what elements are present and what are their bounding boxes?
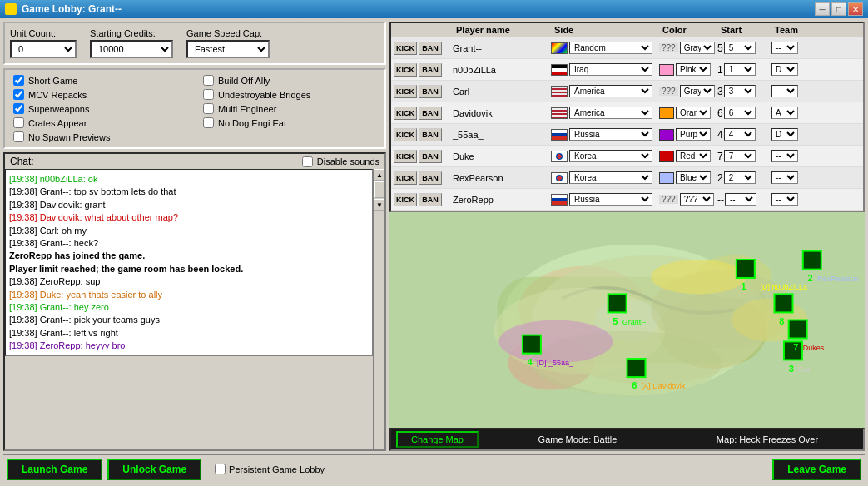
- team-select[interactable]: --: [771, 150, 798, 162]
- start-select[interactable]: 7: [724, 150, 756, 162]
- side-select[interactable]: America: [569, 107, 652, 119]
- svg-point-5: [651, 260, 746, 294]
- maximize-button[interactable]: □: [831, 2, 846, 16]
- chat-messages[interactable]: [19:38] n00bZiLLa: ok [19:38] Grant--: t…: [5, 169, 373, 356]
- kick-button[interactable]: KICK: [394, 42, 417, 55]
- crates-appear-checkbox[interactable]: [13, 117, 24, 128]
- kick-button[interactable]: KICK: [394, 150, 417, 163]
- map-svg: 1 [D] n00bZiLLa 2 RexPearson 3 Carl 4 [D…: [389, 212, 865, 428]
- player-table-container: Player name Side Color Start Team KICK B…: [389, 22, 865, 212]
- start-select[interactable]: 5: [724, 42, 756, 54]
- kick-button[interactable]: KICK: [394, 171, 417, 185]
- title-bar: Game Lobby: Grant-- ─ □ ✕: [0, 0, 868, 18]
- start-value: 4: [717, 129, 723, 141]
- starting-credits-select[interactable]: 10000: [90, 40, 173, 58]
- side-select[interactable]: Random: [569, 42, 652, 54]
- short-game-checkbox[interactable]: [13, 75, 24, 86]
- player-name: Duke: [449, 151, 549, 161]
- ban-button[interactable]: BAN: [419, 171, 442, 185]
- kick-button[interactable]: KICK: [394, 85, 417, 98]
- start-select[interactable]: 3: [724, 85, 756, 97]
- color-select[interactable]: Blue: [676, 171, 711, 184]
- start-select[interactable]: 4: [724, 128, 756, 141]
- side-select[interactable]: Korea: [569, 150, 652, 162]
- chat-msg: [19:38] Carl: oh my: [9, 225, 369, 237]
- persistent-game-lobby-label: Persistent Game Lobby: [229, 464, 325, 474]
- team-select[interactable]: --: [771, 42, 798, 54]
- no-spawn-previews-checkbox[interactable]: [13, 131, 24, 142]
- start-value: 6: [717, 107, 723, 119]
- ban-button[interactable]: BAN: [419, 150, 442, 163]
- svg-text:Dukes: Dukes: [803, 344, 825, 352]
- scroll-down-button[interactable]: ▼: [374, 199, 384, 211]
- superweapons-checkbox[interactable]: [13, 103, 24, 114]
- svg-text:[A] Davidovik: [A] Davidovik: [642, 382, 686, 390]
- color-select[interactable]: Gray: [680, 85, 715, 97]
- kick-button[interactable]: KICK: [394, 128, 417, 141]
- svg-text:7: 7: [793, 342, 798, 352]
- left-panel: Unit Count: 0 Starting Credits: 10000 Ga…: [3, 22, 386, 451]
- build-off-ally-checkbox[interactable]: [203, 75, 214, 86]
- main-window: Unit Count: 0 Starting Credits: 10000 Ga…: [0, 18, 868, 486]
- start-select[interactable]: 6: [724, 107, 756, 119]
- ban-button[interactable]: BAN: [419, 193, 442, 206]
- team-select[interactable]: A: [771, 107, 798, 119]
- launch-game-button[interactable]: Launch Game: [7, 459, 102, 480]
- team-select[interactable]: D: [771, 63, 798, 76]
- col-header-team: Team: [773, 25, 815, 35]
- multi-engineer-checkbox[interactable]: [203, 103, 214, 114]
- side-select[interactable]: Iraq: [569, 63, 652, 76]
- disable-sounds-checkbox[interactable]: [302, 156, 313, 167]
- table-row: KICK BAN Carl America ??? Gray: [391, 81, 863, 102]
- side-select[interactable]: Russia: [569, 193, 652, 206]
- team-select[interactable]: --: [771, 85, 798, 97]
- kick-button[interactable]: KICK: [394, 63, 417, 77]
- color-select[interactable]: ???: [680, 193, 714, 206]
- close-button[interactable]: ✕: [848, 2, 863, 16]
- color-select[interactable]: Orange: [676, 107, 711, 119]
- chat-scrollbar[interactable]: ▲ ▼: [373, 169, 384, 449]
- mcv-repacks-checkbox[interactable]: [13, 89, 24, 100]
- unlock-game-button[interactable]: Unlock Game: [107, 459, 201, 480]
- game-speed-select[interactable]: Fastest: [186, 40, 270, 58]
- color-select[interactable]: Purple: [676, 128, 711, 141]
- side-select[interactable]: Korea: [569, 171, 652, 184]
- player-name: ZeroRepp: [449, 195, 549, 205]
- svg-text:RexPearson: RexPearson: [817, 275, 859, 283]
- ban-button[interactable]: BAN: [419, 63, 442, 77]
- color-select[interactable]: Pink: [676, 63, 711, 76]
- unit-count-select[interactable]: 0: [10, 40, 77, 58]
- no-dog-engi-eat-label: No Dog Engi Eat: [218, 118, 286, 128]
- leave-game-button[interactable]: Leave Game: [772, 459, 861, 480]
- scroll-up-button[interactable]: ▲: [374, 169, 384, 181]
- ban-button[interactable]: BAN: [419, 85, 442, 98]
- ban-button[interactable]: BAN: [419, 128, 442, 141]
- minimize-button[interactable]: ─: [815, 2, 830, 16]
- color-select[interactable]: Gray: [680, 42, 715, 54]
- persistent-game-lobby-checkbox[interactable]: [215, 464, 226, 474]
- undestroyable-bridges-checkbox[interactable]: [203, 89, 214, 100]
- start-select[interactable]: 2: [724, 171, 756, 184]
- team-select[interactable]: --: [771, 193, 798, 206]
- ban-button[interactable]: BAN: [419, 107, 442, 120]
- build-off-ally-option: Build Off Ally: [203, 75, 376, 86]
- side-select[interactable]: America: [569, 85, 652, 97]
- side-select[interactable]: Russia: [569, 128, 652, 141]
- map-bottom-bar: Change Map Game Mode: Battle Map: Heck F…: [389, 428, 865, 451]
- kick-button[interactable]: KICK: [394, 193, 417, 206]
- scroll-thumb[interactable]: [374, 181, 384, 198]
- kick-button[interactable]: KICK: [394, 107, 417, 120]
- chat-section: Chat: Disable sounds [19:38] n00bZiLLa: …: [3, 152, 386, 451]
- svg-text:3: 3: [789, 364, 794, 374]
- team-select[interactable]: --: [771, 171, 798, 184]
- table-row: KICK BAN _55aa_ Russia Purple: [391, 124, 863, 146]
- change-map-button[interactable]: Change Map: [396, 431, 479, 448]
- start-select[interactable]: 1: [724, 63, 756, 76]
- team-select[interactable]: D: [771, 128, 798, 141]
- svg-text:Carl: Carl: [798, 365, 812, 374]
- no-dog-engi-eat-checkbox[interactable]: [203, 117, 214, 128]
- start-select[interactable]: --: [725, 193, 756, 206]
- color-label: ???: [659, 87, 678, 96]
- ban-button[interactable]: BAN: [419, 42, 442, 55]
- color-select[interactable]: Red: [676, 150, 711, 162]
